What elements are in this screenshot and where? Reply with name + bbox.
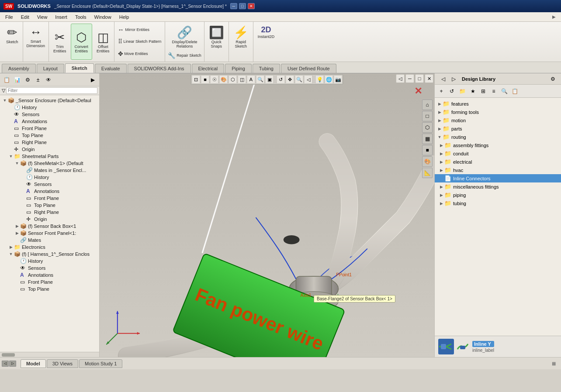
vp-sections[interactable]: ▦ [422, 134, 433, 144]
tree-history2[interactable]: 🕐 History [0, 174, 99, 181]
tree-mates-in[interactable]: 🔗 Mates in _Sensor Encl... [0, 167, 99, 174]
tree-top-plane2[interactable]: ▭ Top Plane [0, 202, 99, 209]
lib-open-folder[interactable]: 📁 [457, 86, 467, 96]
smart-dimension-button[interactable]: ↔ SmartDimension [23, 24, 49, 50]
bottom-tab-model[interactable]: Model [21, 359, 46, 368]
scroll-right-btn[interactable]: ▷ [9, 361, 16, 367]
hvac-toggle[interactable]: ▶ [438, 168, 444, 172]
property-manager-icon[interactable]: 📊 [12, 75, 22, 85]
conduit-toggle[interactable]: ▶ [438, 151, 444, 156]
vp-home-button[interactable]: ⌂ [422, 100, 433, 110]
tree-annotations3[interactable]: A Annotations [0, 272, 99, 279]
tree-front-plane[interactable]: ▭ Front Plane [0, 125, 99, 132]
filter-input[interactable] [6, 87, 97, 94]
tree-electronics[interactable]: ▶ 📁 Electronics [0, 244, 99, 251]
minimize-button[interactable]: ─ [230, 3, 237, 9]
restore-button[interactable]: □ [239, 3, 246, 9]
lib-item-electrical[interactable]: ▶ 📁 electrical [435, 158, 561, 166]
sheemetal1-toggle[interactable]: ▼ [14, 161, 20, 165]
piping-toggle[interactable]: ▶ [438, 193, 444, 197]
vp-3d-annotations[interactable]: A [247, 75, 256, 84]
tubing-toggle[interactable]: ▶ [438, 201, 444, 206]
vp-3d-nav[interactable]: ⬡ [422, 122, 433, 133]
vp-view-selector[interactable]: ⬡ [229, 75, 237, 84]
tree-top-plane3[interactable]: ▭ Top Plane [0, 285, 99, 292]
dim-xpert-icon[interactable]: ± [33, 75, 43, 85]
menu-file[interactable]: File [2, 14, 17, 21]
tab-tubing[interactable]: Tubing [253, 64, 280, 73]
menu-tools[interactable]: Tools [72, 14, 90, 21]
electrical-toggle[interactable]: ▶ [438, 160, 444, 164]
viewport[interactable]: Fan power wire PPoint1 Axis1 + [100, 73, 434, 357]
display-manager-icon[interactable]: 👁 [44, 75, 53, 85]
instant2d-button[interactable]: 2D Instant2D [254, 24, 278, 41]
tab-electrical[interactable]: Electrical [192, 64, 225, 73]
vp-magnify[interactable]: 🔍 [256, 75, 265, 84]
sensor-back-toggle[interactable]: ▶ [14, 224, 20, 228]
menu-window[interactable]: Window [91, 14, 115, 21]
sensor-front-toggle[interactable]: ▶ [14, 231, 20, 235]
repair-sketch-button[interactable]: 🔧 Repair Sketch [166, 51, 203, 60]
lib-item-features[interactable]: ▶ 📁 features [435, 100, 561, 108]
tab-evaluate[interactable]: Evaluate [95, 64, 127, 73]
move-entities-button[interactable]: ✥ Move Entities [116, 49, 163, 58]
tree-top-plane[interactable]: ▭ Top Plane [0, 132, 99, 139]
tab-user-defined-route[interactable]: User Defined Route [281, 64, 336, 73]
lib-item-routing[interactable]: ▼ 📁 routing [435, 133, 561, 141]
tab-assembly[interactable]: Assembly [2, 64, 36, 73]
vp-maximize-vp[interactable]: □ [415, 74, 424, 83]
tree-harness[interactable]: ▼ 📦 (f) [ Harness_1^_Sensor Enclos [0, 251, 99, 258]
vp-close-vp[interactable]: ✕ [425, 74, 433, 83]
features-toggle[interactable]: ▶ [436, 102, 443, 106]
tree-front-plane2[interactable]: ▭ Front Plane [0, 195, 99, 202]
lib-item-tubing[interactable]: ▶ 📁 tubing [435, 199, 561, 207]
lib-toggle-view[interactable]: ≡ [489, 86, 499, 96]
vp-display-modes[interactable]: ■ [201, 75, 210, 84]
tree-sensors3[interactable]: 👁 Sensors [0, 265, 99, 272]
tree-origin2[interactable]: ✛ Origin [0, 216, 99, 223]
lib-item-conduit[interactable]: ▶ 📁 conduit [435, 149, 561, 158]
lib-add-to-library[interactable]: ★ [468, 86, 478, 96]
vp-prev-view[interactable]: ◁ [304, 75, 313, 84]
tree-right-plane[interactable]: ▭ Right Plane [0, 139, 99, 146]
tree-annotations[interactable]: A Annotations [0, 118, 99, 125]
vp-appearance[interactable]: 🎨 [422, 156, 433, 167]
vp-zoom[interactable]: 🔍 [295, 75, 304, 84]
tab-sketch[interactable]: Sketch [65, 63, 94, 73]
more-options-icon[interactable]: ▶ [88, 75, 97, 85]
tree-origin[interactable]: ✛ Origin [0, 146, 99, 153]
vp-minimize-vp[interactable]: ─ [405, 74, 414, 83]
menu-edit[interactable]: Edit [17, 14, 33, 21]
close-button[interactable]: ✕ [248, 3, 255, 9]
tree-f-sheemetal1[interactable]: ▼ 📦 (f) SheeMetal<1> (Default [0, 160, 99, 167]
vp-pan[interactable]: ✥ [286, 75, 294, 84]
menu-help[interactable]: Help [116, 14, 133, 21]
design-library-nav-back[interactable]: ◁ [438, 74, 448, 84]
lib-item-parts[interactable]: ▶ 📁 parts [435, 124, 561, 133]
linear-sketch-pattern-button[interactable]: ⠿ Linear Sketch Pattern [116, 37, 163, 46]
tree-annotations2[interactable]: A Annotations [0, 188, 99, 195]
assembly-fittings-toggle[interactable]: ▶ [438, 143, 444, 148]
electronics-toggle[interactable]: ▶ [8, 245, 14, 249]
vp-display[interactable]: ■ [422, 145, 433, 155]
tree-history[interactable]: 🕐 History [0, 104, 99, 111]
tree-right-plane2[interactable]: ▭ Right Plane [0, 209, 99, 216]
vp-cam[interactable]: 📐 [422, 168, 433, 178]
lib-item-assembly-fittings[interactable]: ▶ 📁 assembly fittings [435, 141, 561, 149]
tree-sensor-front[interactable]: ▶ 📦 Sensor Front Panel<1: [0, 230, 99, 237]
tab-piping[interactable]: Piping [225, 64, 252, 73]
tab-layout[interactable]: Layout [37, 64, 64, 73]
vp-zoom-area[interactable]: □ [422, 111, 433, 121]
vp-edit-appearance[interactable]: 🎨 [219, 75, 228, 84]
lib-item-hvac[interactable]: ▶ 📁 hvac [435, 166, 561, 174]
vp-hide-show[interactable]: ☉ [210, 75, 219, 84]
routing-toggle[interactable]: ▼ [436, 135, 443, 139]
root-toggle[interactable]: ▼ [2, 98, 8, 103]
vp-lights[interactable]: 💡 [315, 75, 324, 84]
vp-zoom-to-fit[interactable]: ⊡ [192, 75, 201, 84]
lib-item-inline-connectors[interactable]: 📄 Inline Connectors [435, 174, 561, 182]
sketch-button[interactable]: ✏ Sketch [2, 24, 23, 46]
tree-history3[interactable]: 🕐 History [0, 258, 99, 265]
lib-create-new[interactable]: ⊞ [478, 86, 488, 96]
tree-sheetmetal[interactable]: ▼ 📁 Sheetmetal Parts [0, 153, 99, 160]
